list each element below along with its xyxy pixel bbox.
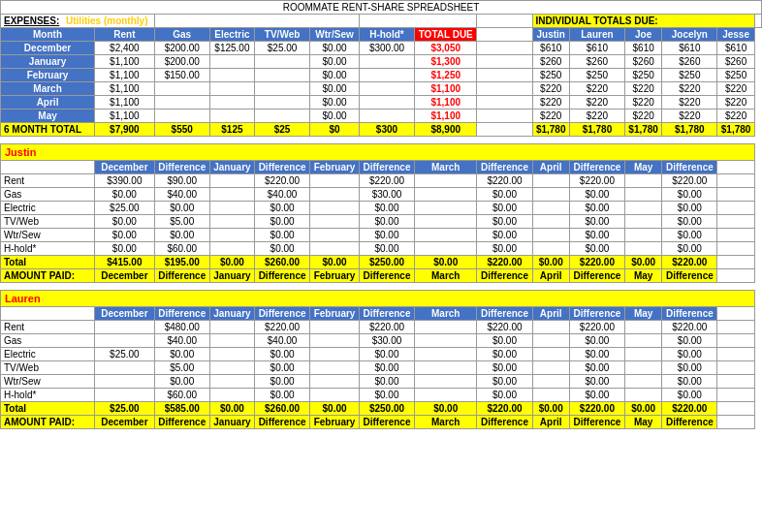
col-joe: Joe — [624, 28, 661, 42]
month-february: February — [1, 69, 95, 82]
col-rent: Rent — [95, 28, 155, 42]
col-wtrsew: Wtr/Sew — [310, 28, 360, 42]
lauren-section-header: Lauren — [1, 291, 762, 307]
six-month-total-row: 6 MONTH TOTAL $7,900 $550 $125 $25 $0 $3… — [1, 123, 762, 137]
lauren-total-row: Total $25.00 $585.00 $0.00 $260.00 $0.00… — [1, 402, 762, 416]
col-electric: Electric — [209, 28, 254, 42]
table-row: Wtr/Sew $0.00 $0.00 $0.00 $0.00 $0.00 $0… — [1, 375, 762, 389]
table-row: TV/Web $5.00 $0.00 $0.00 $0.00 $0.00 $0.… — [1, 361, 762, 375]
table-row: H-hold* $60.00 $0.00 $0.00 $0.00 $0.00 $… — [1, 389, 762, 402]
table-row: May $1,100 $0.00 $1,100 $220 $220 $220 $… — [1, 110, 762, 123]
spreadsheet-container: ROOMMATE RENT-SHARE SPREADSHEET EXPENSES… — [0, 0, 762, 429]
table-row: Rent $480.00 $220.00 $220.00 $220.00 $22… — [1, 321, 762, 334]
table-row: H-hold* $0.00 $60.00 $0.00 $0.00 $0.00 $… — [1, 242, 762, 256]
col-gas: Gas — [154, 28, 209, 42]
month-april: April — [1, 96, 95, 110]
col-justin: Justin — [532, 28, 569, 42]
col-hhold: H-hold* — [359, 28, 414, 42]
table-row: December $2,400 $200.00 $125.00 $25.00 $… — [1, 42, 762, 55]
justin-section-header: Justin — [1, 144, 762, 161]
table-row: TV/Web $0.00 $5.00 $0.00 $0.00 $0.00 $0.… — [1, 215, 762, 229]
col-tvweb: TV/Web — [255, 28, 310, 42]
table-row: April $1,100 $0.00 $1,100 $220 $220 $220… — [1, 96, 762, 110]
table-row: Gas $40.00 $40.00 $30.00 $0.00 $0.00 $0.… — [1, 334, 762, 348]
month-may: May — [1, 110, 95, 123]
spreadsheet-title: ROOMMATE RENT-SHARE SPREADSHEET — [1, 1, 762, 15]
col-jesse: Jesse — [717, 28, 754, 42]
individual-totals-label: INDIVIDUAL TOTALS DUE: — [532, 15, 754, 28]
month-march: March — [1, 82, 95, 96]
table-row: Electric $25.00 $0.00 $0.00 $0.00 $0.00 … — [1, 202, 762, 215]
col-lauren: Lauren — [569, 28, 624, 42]
lauren-col-header: December Difference January Difference F… — [1, 307, 762, 321]
lauren-name: Lauren — [5, 293, 41, 304]
col-total: TOTAL DUE — [415, 28, 477, 42]
table-row: Wtr/Sew $0.00 $0.00 $0.00 $0.00 $0.00 $0… — [1, 229, 762, 242]
col-header-row: Month Rent Gas Electric TV/Web Wtr/Sew H… — [1, 28, 762, 42]
month-december: December — [1, 42, 95, 55]
table-row: March $1,100 $0.00 $1,100 $220 $220 $220… — [1, 82, 762, 96]
spacer-row — [1, 137, 762, 144]
justin-amount-paid-row: AMOUNT PAID: December Difference January… — [1, 269, 762, 283]
expenses-label: EXPENSES: — [4, 16, 59, 26]
justin-col-header: December Difference January Difference F… — [1, 161, 762, 174]
six-month-label: 6 MONTH TOTAL — [1, 123, 95, 137]
table-row: Electric $25.00 $0.00 $0.00 $0.00 $0.00 … — [1, 348, 762, 361]
expenses-type: Utilities (monthly) — [66, 16, 147, 26]
title-row: ROOMMATE RENT-SHARE SPREADSHEET — [1, 1, 762, 15]
col-month: Month — [1, 28, 95, 42]
spacer-row-2 — [1, 283, 762, 291]
month-january: January — [1, 55, 95, 69]
justin-total-row: Total $415.00 $195.00 $0.00 $260.00 $0.0… — [1, 256, 762, 269]
table-row: February $1,100 $150.00 $0.00 $1,250 $25… — [1, 69, 762, 82]
col-jocelyn: Jocelyn — [662, 28, 717, 42]
table-row: Gas $0.00 $40.00 $40.00 $30.00 $0.00 $0.… — [1, 188, 762, 202]
lauren-amount-paid-row: AMOUNT PAID: December Difference January… — [1, 416, 762, 429]
table-row: Rent $390.00 $90.00 $220.00 $220.00 $220… — [1, 174, 762, 188]
table-row: January $1,100 $200.00 $0.00 $1,300 $260… — [1, 55, 762, 69]
justin-name: Justin — [5, 146, 36, 158]
section-label-row: EXPENSES: Utilities (monthly) INDIVIDUAL… — [1, 15, 762, 28]
